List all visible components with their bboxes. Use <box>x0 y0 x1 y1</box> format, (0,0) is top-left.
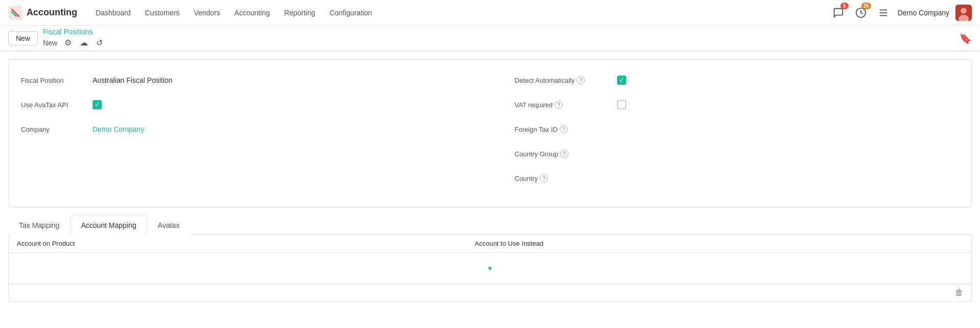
vat-required-label: VAT required <box>515 101 553 109</box>
detect-auto-label-group: Detect Automatically ? <box>515 76 617 84</box>
nav-vendors[interactable]: Vendors <box>188 6 226 20</box>
vat-required-help-icon[interactable]: ? <box>555 101 563 109</box>
svg-point-8 <box>961 8 967 14</box>
add-row-icon: ▼ <box>487 265 493 272</box>
vat-required-checkbox[interactable] <box>617 100 626 109</box>
add-row-button[interactable]: ▼ <box>487 261 493 276</box>
detect-auto-checkbox[interactable]: ✓ <box>617 76 626 85</box>
messages-button[interactable]: 5 <box>830 5 847 21</box>
refresh-button[interactable]: ↺ <box>94 37 105 49</box>
form-left: Fiscal Position Australian Fiscal Positi… <box>21 72 490 195</box>
breadcrumb-parent[interactable]: Fiscal Positions <box>43 28 105 36</box>
nav-reporting[interactable]: Reporting <box>278 6 322 20</box>
new-button[interactable]: New <box>8 31 38 45</box>
foreign-tax-row: Foreign Tax ID ? <box>515 121 960 137</box>
detect-auto-row: Detect Automatically ? ✓ <box>515 72 960 88</box>
activity-badge: 26 <box>861 3 871 9</box>
avatar[interactable] <box>955 5 972 21</box>
country-row: Country ? <box>515 170 960 186</box>
foreign-tax-label-group: Foreign Tax ID ? <box>515 125 617 133</box>
nav-dashboard[interactable]: Dashboard <box>89 6 137 20</box>
vat-required-label-group: VAT required ? <box>515 101 617 109</box>
foreign-tax-help-icon[interactable]: ? <box>560 125 568 133</box>
foreign-tax-label: Foreign Tax ID <box>515 126 558 133</box>
use-avatax-row: Use AvaTax API ✓ <box>21 97 478 113</box>
form-right: Detect Automatically ? ✓ VAT required ? … <box>490 72 960 195</box>
nav-accounting[interactable]: Accounting <box>229 6 276 20</box>
col-header-account-to-use: Account to Use Instead <box>475 240 933 247</box>
toolbar: New Fiscal Positions New ⚙ ☁ ↺ 🔖 <box>0 26 980 51</box>
company-label: Demo Company <box>898 9 949 17</box>
country-help-icon[interactable]: ? <box>540 174 548 182</box>
vat-required-row: VAT required ? <box>515 97 960 113</box>
company-row: Company Demo Company <box>21 121 478 137</box>
breadcrumb-area: Fiscal Positions New ⚙ ☁ ↺ <box>43 28 105 49</box>
fiscal-position-row: Fiscal Position Australian Fiscal Positi… <box>21 72 478 88</box>
toolbar-actions: ⚙ ☁ ↺ <box>62 37 105 49</box>
settings-gear-button[interactable]: ⚙ <box>62 37 74 49</box>
brand-icon <box>8 6 22 20</box>
topnav-right: 5 26 Demo Company <box>830 5 972 21</box>
detect-auto-label: Detect Automatically <box>515 77 575 84</box>
form-container: Fiscal Position Australian Fiscal Positi… <box>8 59 972 207</box>
detect-auto-help-icon[interactable]: ? <box>577 76 585 84</box>
form-grid: Fiscal Position Australian Fiscal Positi… <box>21 72 959 195</box>
country-group-help-icon[interactable]: ? <box>560 150 568 158</box>
country-group-label-group: Country Group ? <box>515 150 617 158</box>
brand: Accounting <box>8 6 77 20</box>
fiscal-position-value: Australian Fiscal Position <box>93 76 172 84</box>
fiscal-position-label: Fiscal Position <box>21 77 93 84</box>
tabs-section: Tax Mapping Account Mapping Avatax <box>8 216 972 235</box>
nav-configuration[interactable]: Configuration <box>324 6 378 20</box>
table-footer: 🗑 <box>9 284 971 301</box>
nav-customers[interactable]: Customers <box>139 6 186 20</box>
tab-tax-mapping[interactable]: Tax Mapping <box>8 216 70 235</box>
table-header: Account on Product Account to Use Instea… <box>9 235 971 253</box>
country-group-label: Country Group <box>515 150 558 158</box>
company-value[interactable]: Demo Company <box>93 125 144 133</box>
bookmark-button[interactable]: 🔖 <box>959 32 972 44</box>
upload-button[interactable]: ☁ <box>78 37 90 49</box>
tabs-bar: Tax Mapping Account Mapping Avatax <box>8 216 972 235</box>
brand-label: Accounting <box>27 7 77 18</box>
table-body: ▼ <box>9 253 971 284</box>
use-avatax-checkbox[interactable]: ✓ <box>93 100 102 109</box>
col-header-account-on-product: Account on Product <box>17 240 475 247</box>
nav-links: Dashboard Customers Vendors Accounting R… <box>89 6 818 20</box>
tab-avatax[interactable]: Avatax <box>147 216 191 235</box>
activity-button[interactable]: 26 <box>853 5 869 21</box>
messages-badge: 5 <box>840 3 849 9</box>
delete-button[interactable]: 🗑 <box>955 288 963 297</box>
top-navigation: Accounting Dashboard Customers Vendors A… <box>0 0 980 26</box>
country-label-group: Country ? <box>515 174 617 182</box>
breadcrumb-current: New <box>43 39 57 47</box>
country-label: Country <box>515 175 538 182</box>
country-group-row: Country Group ? <box>515 146 960 162</box>
company-label: Company <box>21 126 93 133</box>
use-avatax-label: Use AvaTax API <box>21 101 93 109</box>
settings-button[interactable] <box>875 5 892 21</box>
table-section: Account on Product Account to Use Instea… <box>8 235 972 302</box>
tab-account-mapping[interactable]: Account Mapping <box>70 216 147 235</box>
